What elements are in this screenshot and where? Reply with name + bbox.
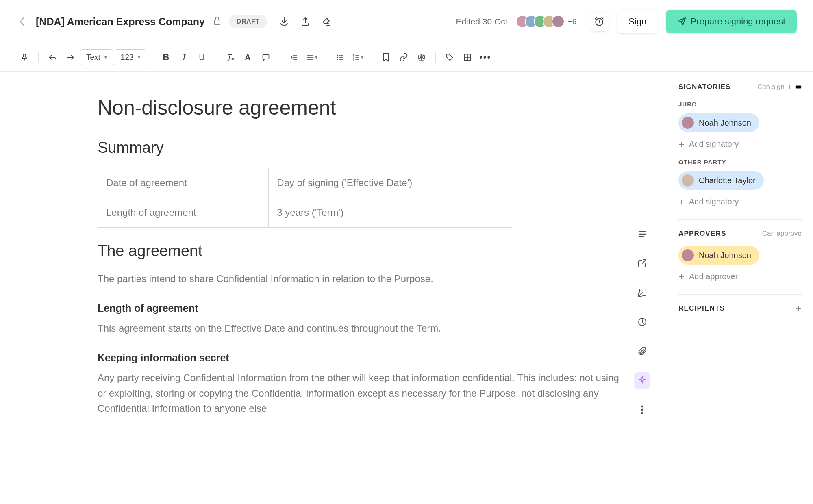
attachment-icon[interactable] (634, 343, 650, 359)
share-in-icon[interactable] (634, 285, 650, 301)
party-other-label: OTHER PARTY (678, 159, 802, 165)
plus-icon (678, 274, 685, 280)
svg-point-5 (337, 59, 338, 60)
redo-button[interactable] (62, 49, 78, 65)
signatory-chip[interactable]: Charlotte Taylor (678, 171, 764, 190)
avatar (682, 117, 694, 129)
doc-paragraph: Any party receiving Confidential Informa… (98, 370, 630, 416)
plus-icon (678, 141, 685, 148)
comment-button[interactable] (258, 49, 274, 65)
document-title: [NDA] American Express Company (36, 16, 205, 28)
editor-side-tools (634, 226, 650, 418)
editor-toolbar: Text▾ 123▾ B I U A ▾ 123▾ ••• (0, 43, 813, 72)
link-button[interactable] (396, 49, 412, 65)
avatar (682, 249, 694, 261)
scales-icon[interactable] (413, 49, 430, 65)
font-size-select[interactable]: 123▾ (115, 49, 146, 65)
add-signatory-button[interactable]: Add signatory (678, 197, 802, 206)
add-signatory-button[interactable]: Add signatory (678, 139, 802, 149)
table-button[interactable] (459, 49, 476, 65)
more-button[interactable]: ••• (477, 49, 493, 65)
plus-icon (678, 199, 685, 205)
approver-chip[interactable]: Noah Johnson (678, 246, 759, 265)
can-approve-label: Can approve (762, 230, 802, 238)
reminder-button[interactable] (589, 12, 609, 31)
editor-area[interactable]: Non-disclosure agreement Summary Date of… (0, 72, 667, 504)
outline-icon[interactable] (634, 226, 650, 242)
doc-h2-summary: Summary (98, 139, 630, 156)
approvers-heading: APPROVERS (678, 230, 726, 238)
prepare-signing-button[interactable]: Prepare signing request (666, 10, 797, 33)
pin-icon[interactable] (16, 49, 33, 65)
svg-point-12 (641, 406, 643, 408)
signatories-heading: SIGNATORIES (678, 83, 731, 91)
info-icon[interactable] (795, 84, 802, 90)
status-badge: DRAFT (229, 15, 267, 28)
doc-h3-keeping: Keeping information secret (98, 352, 630, 364)
bullet-list-button[interactable] (332, 49, 348, 65)
edited-timestamp: Edited 30 Oct (456, 17, 507, 26)
table-row: Date of agreement Day of signing ('Effec… (98, 168, 512, 198)
add-approver-button[interactable]: Add approver (678, 272, 802, 281)
numbered-list-button[interactable]: 123▾ (350, 49, 366, 65)
share-out-icon[interactable] (634, 255, 650, 272)
summary-table: Date of agreement Day of signing ('Effec… (98, 168, 512, 228)
svg-rect-2 (263, 54, 269, 59)
clear-format-button[interactable] (222, 49, 238, 65)
doc-h2-agreement: The agreement (98, 242, 630, 260)
plus-icon[interactable] (787, 84, 793, 90)
plus-icon[interactable] (795, 305, 802, 312)
svg-text:3: 3 (352, 58, 354, 61)
underline-button[interactable]: U (194, 49, 210, 65)
more-vertical-icon[interactable] (634, 402, 650, 418)
download-icon[interactable] (278, 16, 290, 27)
undo-button[interactable] (44, 49, 61, 65)
send-icon (677, 17, 686, 26)
app-header: [NDA] American Express Company DRAFT Edi… (0, 0, 813, 43)
italic-button[interactable]: I (176, 49, 192, 65)
signatory-chip[interactable]: Noah Johnson (678, 113, 759, 132)
svg-point-4 (337, 57, 338, 58)
right-panel: SIGNATORIES Can sign JURO Noah Johnson A… (667, 72, 813, 504)
text-style-select[interactable]: Text▾ (80, 49, 113, 65)
avatar (682, 174, 694, 187)
svg-rect-0 (214, 20, 220, 24)
ai-sparkle-icon[interactable] (634, 372, 650, 389)
svg-point-9 (448, 55, 449, 56)
doc-paragraph: This agreement starts on the Effective D… (98, 321, 630, 336)
align-button[interactable]: ▾ (304, 49, 320, 65)
svg-point-13 (641, 409, 643, 411)
can-sign-label: Can sign (757, 83, 802, 91)
svg-point-3 (337, 55, 338, 56)
collaborator-avatars[interactable]: +6 (516, 15, 577, 28)
party-juro-label: JURO (678, 101, 802, 108)
text-color-button[interactable]: A (240, 49, 256, 65)
tag-button[interactable] (441, 49, 458, 65)
avatar-more-count: +6 (568, 17, 577, 26)
upload-icon[interactable] (300, 16, 311, 27)
table-row: Length of agreement 3 years ('Term') (98, 198, 512, 228)
svg-point-14 (641, 412, 643, 414)
avatar (552, 15, 565, 28)
sign-button[interactable]: Sign (617, 10, 658, 33)
doc-paragraph: The parties intend to share Confidential… (98, 271, 630, 286)
lock-icon (213, 16, 221, 27)
recipients-heading: RECIPIENTS (678, 304, 725, 313)
history-icon[interactable] (634, 314, 650, 330)
doc-h1: Non-disclosure agreement (98, 96, 630, 119)
bold-button[interactable]: B (158, 49, 174, 65)
doc-h3-length: Length of agreement (98, 302, 630, 314)
svg-point-16 (798, 85, 801, 89)
eraser-icon[interactable] (321, 16, 332, 27)
back-button[interactable] (16, 16, 28, 27)
bookmark-button[interactable] (378, 49, 394, 65)
indent-button[interactable] (286, 49, 302, 65)
